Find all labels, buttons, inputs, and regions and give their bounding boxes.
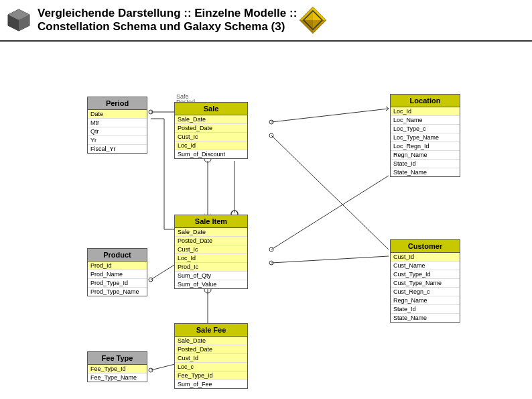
location-field-locid: Loc_Id <box>391 107 460 116</box>
logo-icon <box>7 8 31 32</box>
sale-table-header: Sale <box>175 103 247 115</box>
customer-field-custname: Cust_Name <box>391 262 460 270</box>
svg-point-33 <box>269 261 273 265</box>
product-table-header: Product <box>88 249 147 262</box>
salefee-field-custid: Cust_Id <box>175 354 247 363</box>
saleitem-field-posteddate: Posted_Date <box>175 237 247 245</box>
svg-line-34 <box>151 263 178 280</box>
sale-field-locid: Loc_Id <box>175 141 247 150</box>
svg-line-36 <box>151 363 178 370</box>
period-field-qtr: Qtr <box>88 127 147 136</box>
sale-table: Sale Sale_Date Posted_Date Cust_Ic Loc_I… <box>174 102 248 159</box>
location-field-locname: Loc_Name <box>391 116 460 125</box>
saleitem-field-custic: Cust_Ic <box>175 245 247 254</box>
header: Vergleichende Darstellung :: Einzelne Mo… <box>0 0 532 42</box>
customer-table-header: Customer <box>391 240 460 253</box>
sale-fee-table: Sale Fee Sale_Date Posted_Date Cust_Id L… <box>174 323 248 389</box>
sale-field-saledate: Sale_Date <box>175 115 247 124</box>
sale-field-posteddate: Posted_Date <box>175 124 247 133</box>
location-table-header: Location <box>391 95 460 107</box>
customer-field-custregnc: Cust_Regn_c <box>391 288 460 296</box>
sale-fee-table-header: Sale Fee <box>175 324 247 337</box>
product-field-prodname: Prod_Name <box>88 270 147 279</box>
diagram-area: + + Period Date Mtr Qtr Yr Fiscal_Yr Saf… <box>0 42 532 394</box>
page-title: Vergleichende Darstellung :: Einzelne Mo… <box>38 7 297 34</box>
period-field-fiscal-yr: Fiscal_Yr <box>88 145 147 153</box>
svg-point-25 <box>269 120 273 124</box>
feetype-field-name: Fee_Type_Name <box>88 374 147 382</box>
period-field-yr: Yr <box>88 136 147 145</box>
svg-point-31 <box>269 133 273 137</box>
period-field-mtr: Mtr <box>88 119 147 127</box>
customer-field-stateid: State_Id <box>391 305 460 314</box>
location-field-loctypename: Loc_Type_Name <box>391 133 460 142</box>
customer-field-regnname: Regn_Name <box>391 296 460 305</box>
salefee-field-locc: Loc_c <box>175 363 247 372</box>
location-field-stateid: State_Id <box>391 160 460 168</box>
saleitem-field-locid: Loc_Id <box>175 254 247 263</box>
saleitem-field-sumvalue: Sum_of_Value <box>175 280 247 288</box>
svg-point-35 <box>149 278 153 282</box>
svg-line-28 <box>271 176 389 249</box>
product-table: Product Prod_Id Prod_Name Prod_Type_Id P… <box>87 248 147 296</box>
period-table: Period Date Mtr Qtr Yr Fiscal_Yr <box>87 97 147 154</box>
fee-type-table: Fee Type Fee_Type_Id Fee_Type_Name <box>87 351 147 382</box>
product-field-prodtypename: Prod_Type_Name <box>88 288 147 296</box>
feetype-field-id: Fee_Type_Id <box>88 365 147 374</box>
diamond-icon <box>297 4 329 36</box>
saleitem-field-saledate: Sale_Date <box>175 228 247 237</box>
location-field-loctypec: Loc_Type_c <box>391 125 460 133</box>
salefee-field-sumfee: Sum_of_Fee <box>175 380 247 388</box>
fee-type-table-header: Fee Type <box>88 352 147 365</box>
customer-field-custid: Cust_Id <box>391 253 460 262</box>
svg-point-11 <box>149 110 153 114</box>
svg-line-26 <box>386 107 389 109</box>
salefee-field-saledate: Sale_Date <box>175 337 247 345</box>
period-field-date: Date <box>88 110 147 119</box>
sale-field-sumdiscount: Sum_of_Discount <box>175 150 247 158</box>
svg-line-30 <box>271 135 389 249</box>
svg-point-29 <box>269 247 273 251</box>
period-table-header: Period <box>88 97 147 110</box>
salefee-field-feetypeid: Fee_Type_Id <box>175 372 247 380</box>
sale-field-custic: Cust_Ic <box>175 133 247 141</box>
product-field-prodid: Prod_Id <box>88 262 147 270</box>
svg-line-27 <box>386 109 389 111</box>
svg-point-37 <box>149 368 153 372</box>
sale-item-table-header: Sale Item <box>175 215 247 228</box>
svg-line-32 <box>271 256 389 263</box>
location-field-regnname: Regn_Name <box>391 151 460 160</box>
sale-item-table: Sale Item Sale_Date Posted_Date Cust_Ic … <box>174 215 248 289</box>
location-field-locregnid: Loc_Regn_Id <box>391 142 460 151</box>
customer-field-statename: State_Name <box>391 314 460 322</box>
customer-field-custtypeid: Cust_Type_Id <box>391 270 460 279</box>
salefee-field-posteddate: Posted_Date <box>175 345 247 354</box>
saleitem-field-prodic: Prod_Ic <box>175 263 247 272</box>
product-field-prodtypeid: Prod_Type_Id <box>88 279 147 288</box>
svg-line-24 <box>271 109 389 122</box>
location-field-statename: State_Name <box>391 168 460 176</box>
saleitem-field-sumqty: Sum_of_Qty <box>175 272 247 280</box>
location-table: Location Loc_Id Loc_Name Loc_Type_c Loc_… <box>390 94 460 177</box>
customer-table: Customer Cust_Id Cust_Name Cust_Type_Id … <box>390 239 460 323</box>
customer-field-custtypename: Cust_Type_Name <box>391 279 460 288</box>
